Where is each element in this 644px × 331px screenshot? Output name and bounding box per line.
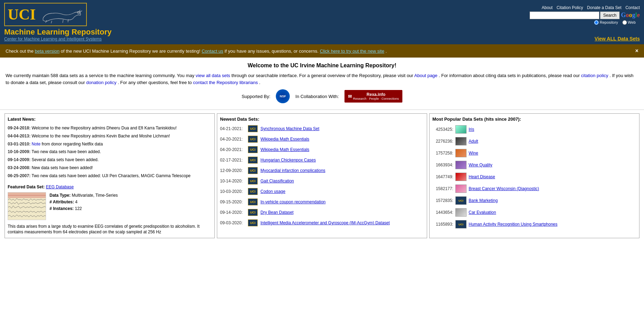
svg-line-4 (51, 21, 52, 23)
dataset-link[interactable]: Intelligent Media Accelerometer and Gyro… (260, 220, 390, 225)
search-area: Search Google (530, 12, 640, 19)
myocardial-link[interactable]: Myocardial infarction complications (260, 168, 325, 173)
har-link[interactable]: Human Activity Recognition Using Smartph… (469, 222, 558, 227)
breast-cancer-thumb (455, 185, 467, 193)
popular-item: 4253425: Iris (432, 125, 636, 134)
hungarian-chickenpox-link[interactable]: Hungarian Chickenpox Cases (260, 158, 316, 163)
banner-contact-link[interactable]: Contact us (202, 48, 223, 54)
site-title-area: Machine Learning Repository Center for M… (0, 26, 644, 44)
heart-disease-link[interactable]: Heart Disease (469, 174, 495, 179)
iris-link[interactable]: Iris (469, 127, 474, 132)
wine-link[interactable]: Wine (469, 151, 478, 156)
try-new-site-link[interactable]: Click here to try out the new site (320, 48, 384, 54)
dataset-link[interactable]: Wikipedia Math Essentials (260, 137, 309, 142)
dataset-item: 02-17-2021: UCI Hungarian Chickenpox Cas… (220, 157, 424, 164)
radio-area: Repository Web (594, 20, 640, 25)
news-item: 06-25-2007: Two new data sets have been … (8, 173, 212, 179)
welcome-section: Welcome to the UC Irvine Machine Learnin… (0, 58, 644, 110)
search-button[interactable]: Search (600, 12, 620, 19)
uci-badge: UCI (248, 146, 258, 153)
banner-text: Check out the beta version of the new UC… (6, 48, 387, 54)
adult-link[interactable]: Adult (469, 139, 478, 144)
uci-badge: UCI (248, 198, 258, 205)
car-evaluation-thumb (455, 208, 467, 217)
svg-line-6 (68, 19, 68, 22)
svg-line-5 (62, 20, 63, 23)
featured-dataset-link[interactable]: EEG Database (46, 185, 74, 189)
dataset-item: 09-03-2020: UCI Intelligent Media Accele… (220, 219, 424, 226)
latest-news-header: Latest News: (8, 116, 212, 122)
dataset-item: 09-14-2020: UCI Dry Bean Dataset (220, 209, 424, 216)
eeg-image (8, 192, 46, 220)
welcome-citation-link[interactable]: citation policy (581, 73, 608, 78)
search-input[interactable] (530, 12, 599, 19)
supported-by-area: Supported By: NSF In Collaboration With:… (6, 86, 638, 107)
dataset-item: 12-09-2020: UCI Myocardial infarction co… (220, 167, 424, 174)
radio-web[interactable]: Web (622, 20, 636, 25)
iris-thumb (455, 125, 467, 134)
site-title: Machine Learning Repository (4, 28, 112, 37)
breast-cancer-link[interactable]: Breast Cancer Wisconsin (Diagnostic) (469, 186, 539, 191)
popular-item: 1663934: Wine Quality (432, 161, 636, 169)
columns-area: Latest News: 09-24-2018: Welcome to the … (0, 110, 644, 242)
site-header: UCI About Citation Policy Donate a Data … (0, 0, 644, 44)
uci-text: UCI (8, 7, 36, 22)
supported-label: Supported By: (242, 94, 270, 99)
adult-thumb (455, 137, 467, 145)
dataset-link[interactable]: In-vehicle coupon recommendation (260, 200, 326, 204)
wine-quality-link[interactable]: Wine Quality (469, 163, 492, 167)
newest-datasets-column: Newest Data Sets: 04-21-2021: UCI Synchr… (217, 113, 427, 238)
wine-quality-thumb (455, 161, 467, 169)
site-subtitle[interactable]: Center for Machine Learning and Intellig… (4, 37, 112, 42)
collaboration-label: In Collaboration With: (295, 94, 339, 99)
netflix-note-link[interactable]: Note (32, 142, 40, 146)
news-item: 04-04-2013: Welcome to the new Repositor… (8, 133, 212, 139)
dataset-link[interactable]: Codon usage (260, 189, 285, 194)
welcome-contact-link[interactable]: contact the Repository librarians (193, 80, 258, 85)
wine-thumb (455, 149, 467, 157)
rexa-badge[interactable]: ✉ Rexa.info Research · People · Connecti… (344, 90, 403, 103)
popular-item: 1572835: UCI Bank Marketing (432, 196, 636, 205)
heart-disease-thumb (455, 173, 467, 181)
uci-badge: UCI (248, 125, 258, 132)
citation-policy-link[interactable]: Citation Policy (556, 5, 583, 10)
car-evaluation-link[interactable]: Car Evaluation (469, 210, 496, 215)
uci-badge: UCI (248, 219, 258, 226)
dataset-link[interactable]: Synchronous Machine Data Set (260, 126, 319, 131)
welcome-view-all-link[interactable]: view all data sets (196, 73, 230, 78)
dataset-item: 10-14-2020: UCI Gait Classification (220, 178, 424, 185)
uci-badge: UCI (248, 136, 258, 143)
dataset-link[interactable]: Wikipedia Math Essentials (260, 147, 309, 152)
news-item: 03-24-2008: New data sets have been adde… (8, 165, 212, 171)
uci-badge: UCI (248, 188, 258, 195)
featured-dataset-section: Featured Data Set: EEG Database (8, 185, 212, 235)
featured-label: Featured Data Set: (8, 185, 45, 189)
popular-datasets-header: Most Popular Data Sets (hits since 2007)… (432, 116, 636, 122)
top-nav: About Citation Policy Donate a Data Set … (539, 5, 640, 10)
beta-link[interactable]: beta version (35, 48, 60, 54)
bank-marketing-link[interactable]: Bank Marketing (469, 198, 498, 203)
news-item: 10-16-2009: Two new data sets have been … (8, 149, 212, 155)
dataset-item: 04-20-2021: UCI Wikipedia Math Essential… (220, 136, 424, 143)
view-all-link[interactable]: View ALL Data Sets (594, 36, 640, 42)
popular-item: 1582177: Breast Cancer Wisconsin (Diagno… (432, 185, 636, 193)
uci-anteater-icon (38, 5, 83, 24)
svg-line-3 (45, 20, 47, 23)
welcome-about-link[interactable]: About page (414, 73, 438, 78)
har-thumb: UCI (455, 220, 467, 228)
contact-link[interactable]: Contact (626, 5, 640, 10)
uci-badge: UCI (248, 209, 258, 216)
donate-link[interactable]: Donate a Data Set (587, 5, 622, 10)
dataset-link[interactable]: Gait Classification (260, 179, 294, 183)
dataset-item: 04-21-2021: UCI Synchronous Machine Data… (220, 125, 424, 132)
news-item: 03-01-2010: Note from donor regarding Ne… (8, 141, 212, 147)
uci-badge: UCI (248, 167, 258, 174)
about-link[interactable]: About (541, 5, 552, 10)
radio-repository[interactable]: Repository (594, 20, 618, 25)
banner-close-button[interactable]: × (635, 48, 638, 54)
popular-item: 1443654: Car Evaluation (432, 208, 636, 217)
popular-item: 1647749: Heart Disease (432, 173, 636, 181)
popular-item: 1757258: Wine (432, 149, 636, 157)
welcome-donation-link[interactable]: donation policy (86, 80, 116, 85)
dataset-link[interactable]: Dry Bean Dataset (260, 210, 294, 215)
